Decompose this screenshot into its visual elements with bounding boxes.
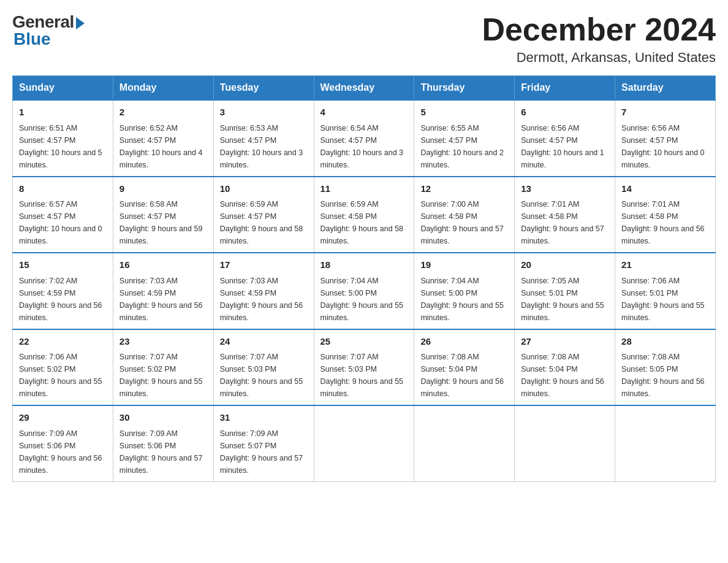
table-row: 13 Sunrise: 7:01 AM Sunset: 4:58 PM Dayl… (515, 177, 615, 253)
day-info: Sunrise: 7:07 AM Sunset: 5:03 PM Dayligh… (320, 351, 408, 400)
day-info: Sunrise: 6:55 AM Sunset: 4:57 PM Dayligh… (420, 122, 508, 171)
day-info: Sunrise: 6:56 AM Sunset: 4:57 PM Dayligh… (521, 122, 609, 171)
header-sunday: Sunday (13, 76, 113, 101)
day-number: 27 (521, 335, 609, 349)
day-number: 23 (119, 335, 207, 349)
month-title: December 2024 (482, 12, 716, 47)
table-row: 14 Sunrise: 7:01 AM Sunset: 4:58 PM Dayl… (615, 177, 716, 253)
table-row: 8 Sunrise: 6:57 AM Sunset: 4:57 PM Dayli… (13, 177, 113, 253)
day-number: 25 (320, 335, 408, 349)
logo-blue-text: Blue (12, 29, 51, 49)
day-number: 31 (220, 411, 308, 425)
header-tuesday: Tuesday (213, 76, 314, 101)
table-row: 2 Sunrise: 6:52 AM Sunset: 4:57 PM Dayli… (113, 100, 213, 177)
day-number: 19 (420, 258, 508, 272)
day-number: 1 (19, 105, 107, 120)
page-header: General Blue December 2024 Dermott, Arka… (12, 12, 716, 66)
table-row: 18 Sunrise: 7:04 AM Sunset: 5:00 PM Dayl… (314, 253, 414, 329)
table-row: 10 Sunrise: 6:59 AM Sunset: 4:57 PM Dayl… (213, 177, 314, 253)
table-row: 19 Sunrise: 7:04 AM Sunset: 5:00 PM Dayl… (414, 253, 515, 329)
day-info: Sunrise: 7:05 AM Sunset: 5:01 PM Dayligh… (521, 275, 609, 324)
logo: General Blue (12, 12, 85, 49)
day-info: Sunrise: 6:57 AM Sunset: 4:57 PM Dayligh… (19, 198, 107, 247)
day-info: Sunrise: 7:09 AM Sunset: 5:06 PM Dayligh… (19, 427, 107, 477)
day-info: Sunrise: 7:01 AM Sunset: 4:58 PM Dayligh… (621, 198, 709, 247)
header-thursday: Thursday (414, 76, 515, 101)
day-number: 7 (621, 105, 709, 120)
table-row: 29 Sunrise: 7:09 AM Sunset: 5:06 PM Dayl… (13, 405, 113, 481)
logo-arrow-icon (76, 17, 85, 29)
day-number: 15 (19, 258, 107, 272)
day-info: Sunrise: 6:59 AM Sunset: 4:57 PM Dayligh… (220, 198, 308, 247)
day-info: Sunrise: 7:06 AM Sunset: 5:02 PM Dayligh… (19, 351, 107, 400)
day-number: 14 (621, 182, 709, 196)
table-row: 5 Sunrise: 6:55 AM Sunset: 4:57 PM Dayli… (414, 100, 515, 177)
table-row: 16 Sunrise: 7:03 AM Sunset: 4:59 PM Dayl… (113, 253, 213, 329)
day-number: 9 (119, 182, 207, 196)
day-info: Sunrise: 7:08 AM Sunset: 5:04 PM Dayligh… (420, 351, 508, 400)
day-info: Sunrise: 7:01 AM Sunset: 4:58 PM Dayligh… (521, 198, 609, 247)
day-info: Sunrise: 7:06 AM Sunset: 5:01 PM Dayligh… (621, 275, 709, 324)
location: Dermott, Arkansas, United States (482, 50, 716, 66)
table-row: 20 Sunrise: 7:05 AM Sunset: 5:01 PM Dayl… (515, 253, 615, 329)
day-info: Sunrise: 6:58 AM Sunset: 4:57 PM Dayligh… (119, 198, 207, 247)
day-info: Sunrise: 7:07 AM Sunset: 5:02 PM Dayligh… (119, 351, 207, 400)
table-row: 26 Sunrise: 7:08 AM Sunset: 5:04 PM Dayl… (414, 329, 515, 406)
table-row: 7 Sunrise: 6:56 AM Sunset: 4:57 PM Dayli… (615, 100, 716, 177)
table-row: 15 Sunrise: 7:02 AM Sunset: 4:59 PM Dayl… (13, 253, 113, 329)
table-row: 6 Sunrise: 6:56 AM Sunset: 4:57 PM Dayli… (515, 100, 615, 177)
table-row: 9 Sunrise: 6:58 AM Sunset: 4:57 PM Dayli… (113, 177, 213, 253)
calendar-week-row: 15 Sunrise: 7:02 AM Sunset: 4:59 PM Dayl… (13, 253, 716, 329)
day-info: Sunrise: 7:07 AM Sunset: 5:03 PM Dayligh… (220, 351, 308, 400)
day-info: Sunrise: 7:03 AM Sunset: 4:59 PM Dayligh… (119, 275, 207, 324)
day-number: 16 (119, 258, 207, 272)
day-number: 28 (621, 335, 709, 349)
day-info: Sunrise: 7:04 AM Sunset: 5:00 PM Dayligh… (420, 275, 508, 324)
day-number: 24 (220, 335, 308, 349)
day-info: Sunrise: 6:56 AM Sunset: 4:57 PM Dayligh… (621, 122, 709, 171)
header-wednesday: Wednesday (314, 76, 414, 101)
day-info: Sunrise: 7:04 AM Sunset: 5:00 PM Dayligh… (320, 275, 408, 324)
table-row (515, 405, 615, 481)
day-number: 22 (19, 335, 107, 349)
calendar-header-row: Sunday Monday Tuesday Wednesday Thursday… (13, 76, 716, 101)
day-number: 8 (19, 182, 107, 196)
table-row: 3 Sunrise: 6:53 AM Sunset: 4:57 PM Dayli… (213, 100, 314, 177)
day-info: Sunrise: 7:09 AM Sunset: 5:06 PM Dayligh… (119, 427, 207, 477)
day-info: Sunrise: 6:54 AM Sunset: 4:57 PM Dayligh… (320, 122, 408, 171)
table-row: 25 Sunrise: 7:07 AM Sunset: 5:03 PM Dayl… (314, 329, 414, 406)
day-info: Sunrise: 7:09 AM Sunset: 5:07 PM Dayligh… (220, 427, 308, 477)
day-info: Sunrise: 7:00 AM Sunset: 4:58 PM Dayligh… (420, 198, 508, 247)
day-number: 18 (320, 258, 408, 272)
table-row: 11 Sunrise: 6:59 AM Sunset: 4:58 PM Dayl… (314, 177, 414, 253)
table-row: 27 Sunrise: 7:08 AM Sunset: 5:04 PM Dayl… (515, 329, 615, 406)
day-number: 3 (220, 105, 308, 120)
day-number: 5 (420, 105, 508, 120)
day-info: Sunrise: 7:02 AM Sunset: 4:59 PM Dayligh… (19, 275, 107, 324)
table-row (314, 405, 414, 481)
calendar-week-row: 29 Sunrise: 7:09 AM Sunset: 5:06 PM Dayl… (13, 405, 716, 481)
table-row (414, 405, 515, 481)
title-section: December 2024 Dermott, Arkansas, United … (482, 12, 716, 66)
table-row: 22 Sunrise: 7:06 AM Sunset: 5:02 PM Dayl… (13, 329, 113, 406)
table-row: 24 Sunrise: 7:07 AM Sunset: 5:03 PM Dayl… (213, 329, 314, 406)
table-row: 21 Sunrise: 7:06 AM Sunset: 5:01 PM Dayl… (615, 253, 716, 329)
day-info: Sunrise: 6:53 AM Sunset: 4:57 PM Dayligh… (220, 122, 308, 171)
table-row: 23 Sunrise: 7:07 AM Sunset: 5:02 PM Dayl… (113, 329, 213, 406)
day-number: 17 (220, 258, 308, 272)
table-row: 30 Sunrise: 7:09 AM Sunset: 5:06 PM Dayl… (113, 405, 213, 481)
calendar-table: Sunday Monday Tuesday Wednesday Thursday… (12, 75, 716, 482)
day-info: Sunrise: 7:08 AM Sunset: 5:04 PM Dayligh… (521, 351, 609, 400)
table-row: 4 Sunrise: 6:54 AM Sunset: 4:57 PM Dayli… (314, 100, 414, 177)
table-row: 28 Sunrise: 7:08 AM Sunset: 5:05 PM Dayl… (615, 329, 716, 406)
table-row (615, 405, 716, 481)
calendar-week-row: 1 Sunrise: 6:51 AM Sunset: 4:57 PM Dayli… (13, 100, 716, 177)
day-number: 6 (521, 105, 609, 120)
day-number: 11 (320, 182, 408, 196)
day-number: 29 (19, 411, 107, 425)
day-number: 21 (621, 258, 709, 272)
day-number: 2 (119, 105, 207, 120)
header-saturday: Saturday (615, 76, 716, 101)
day-info: Sunrise: 6:51 AM Sunset: 4:57 PM Dayligh… (19, 122, 107, 171)
table-row: 31 Sunrise: 7:09 AM Sunset: 5:07 PM Dayl… (213, 405, 314, 481)
